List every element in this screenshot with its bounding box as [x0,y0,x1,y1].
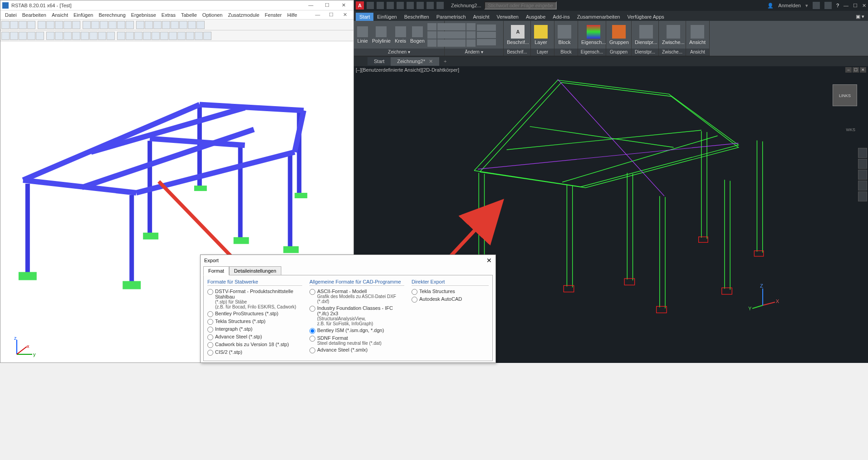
btn-ansicht[interactable]: Ansicht [688,25,707,45]
opt-advance-steel-stp[interactable]: Advance Steel (*.stp) [207,334,302,340]
opt-bentley-pro[interactable]: Bentley ProStructures (*.stp) [207,311,302,317]
rstab-maximize[interactable]: ☐ [319,2,335,8]
tool-icon[interactable] [171,21,179,29]
btn-polylinie[interactable]: Polylinie [371,26,392,44]
rstab-mdi-max[interactable]: ☐ [324,12,338,18]
opt-cis2[interactable]: CIS/2 (*.stp) [207,349,302,356]
opt-direct-autocad[interactable]: Autodesk AutoCAD [412,296,489,303]
tool-icon[interactable] [36,32,44,40]
qat-icon[interactable] [377,2,384,9]
tool-icon[interactable] [100,21,108,29]
tool-icon[interactable] [108,21,117,29]
ribbon-collapse-icon[interactable]: ▣ ▾ [852,12,868,21]
panel-label[interactable]: Dienstpr... [632,49,658,56]
tool-icon[interactable] [126,21,134,29]
tool-icon[interactable] [83,21,91,29]
export-tab-format[interactable]: Format [203,266,229,275]
qat-icon[interactable] [407,2,414,9]
acad-max[interactable]: ☐ [853,3,858,9]
ribtab-addins[interactable]: Add-ins [549,13,573,21]
tool-icon[interactable] [55,32,63,40]
ribtab-beschriften[interactable]: Beschriften [401,13,433,21]
nav-showmotion-icon[interactable] [858,191,867,201]
btn-block[interactable]: Block [556,25,573,45]
opt-tekla-stp[interactable]: Tekla Structures (*.stp) [207,318,302,325]
vp-min[interactable]: – [845,67,852,73]
signin-icon[interactable]: 👤 [767,3,774,9]
ribtab-einfuegen[interactable]: Einfügen [373,13,400,21]
menu-hilfe[interactable]: Hilfe [284,12,300,18]
tool-icon[interactable] [27,21,35,29]
tool-icon[interactable] [1,21,10,29]
menu-einfuegen[interactable]: Einfügen [71,12,96,18]
menu-berechnung[interactable]: Berechnung [96,12,128,18]
opt-cadwork[interactable]: Cadwork bis zu Version 18 (*.stp) [207,342,302,348]
tool-icon[interactable] [1,32,10,40]
btn-zwischenablage[interactable]: Zwische... [661,25,686,45]
radio-direct-tekla[interactable] [412,289,417,295]
vp-max[interactable]: ☐ [853,67,859,73]
nav-orbit-icon[interactable] [858,181,867,191]
autocad-logo-icon[interactable]: A [356,1,364,10]
tool-icon[interactable] [169,32,177,40]
tool-icon[interactable] [72,21,80,29]
export-close-button[interactable]: ✕ [486,257,492,264]
tool-icon[interactable] [89,32,98,40]
qat-icon[interactable] [824,2,832,9]
menu-fenster[interactable]: Fenster [262,12,284,18]
ribtab-start[interactable]: Start [356,13,373,21]
radio-cadwork[interactable] [207,342,213,348]
menu-datei[interactable]: Datei [2,12,20,18]
nav-pan-icon[interactable] [858,159,867,169]
radio-ascii[interactable] [309,289,315,295]
acad-min[interactable]: — [843,3,848,8]
ribtab-ausgabe[interactable]: Ausgabe [522,13,549,21]
ribtab-verwalten[interactable]: Verwalten [493,13,522,21]
tool-icon[interactable] [145,21,153,29]
menu-zusatzmodule[interactable]: Zusatzmodule [226,12,262,18]
panel-label[interactable]: Beschrif... [504,49,530,56]
radio-bentley-pro[interactable] [207,311,213,317]
vp-close[interactable]: ✕ [860,67,866,73]
panel-label[interactable]: Ansicht [686,49,709,56]
qat-icon[interactable] [397,2,404,9]
tool-icon[interactable] [160,32,168,40]
filetab-close-icon[interactable]: ✕ [429,59,433,64]
btn-dienstprogramme[interactable]: Dienstpr... [633,25,659,45]
opt-bentley-ism[interactable]: Bentley ISM (*.ism.dgn, *.dgn) [309,328,404,334]
radio-dstv[interactable] [207,289,213,295]
ribtab-apps[interactable]: Verfügbare Apps [623,13,667,21]
rstab-minimize[interactable]: — [303,2,319,8]
aendern-tool-icon[interactable] [477,32,496,38]
acad-help-search[interactable] [484,1,557,10]
btn-beschriften[interactable]: ABeschrif... [505,25,530,45]
nav-wheel-icon[interactable] [858,148,867,158]
radio-advance-steel[interactable] [207,334,213,340]
tool-icon[interactable] [136,21,144,29]
tool-icon[interactable] [81,32,89,40]
tool-icon[interactable] [162,21,170,29]
tool-icon[interactable] [177,32,186,40]
btn-linie[interactable]: Linie [356,26,369,44]
tool-icon[interactable] [153,21,162,29]
menu-ergebnisse[interactable]: Ergebnisse [128,12,159,18]
tool-icon[interactable] [179,21,187,29]
export-titlebar[interactable]: Export ✕ [201,255,495,266]
tool-icon[interactable] [27,32,35,40]
radio-ifc[interactable] [309,306,315,312]
viewcube[interactable]: LINKS [833,84,857,106]
radio-tekla-stp[interactable] [207,319,213,325]
aendern-tool-icon[interactable] [477,24,496,31]
help-icon[interactable]: ? [836,3,839,8]
filetab-start[interactable]: Start [368,57,391,65]
tool-icon[interactable] [195,32,203,40]
opt-ifc[interactable]: Industry Foundation Classes - IFC (*.ifc… [309,305,404,326]
tool-icon[interactable] [10,21,18,29]
opt-ascii-dxf[interactable]: ASCII-Format - ModellGrafik des Modells … [309,289,404,304]
btn-layer[interactable]: Layer [533,25,549,45]
panel-label-aendern[interactable]: Ändern ▾ [445,49,503,56]
tool-icon[interactable] [38,21,46,29]
panel-label[interactable]: Gruppen [606,49,631,56]
opt-dstv[interactable]: DSTV-Format - Produktschnittstelle Stahl… [207,289,302,309]
tool-icon[interactable] [72,32,80,40]
